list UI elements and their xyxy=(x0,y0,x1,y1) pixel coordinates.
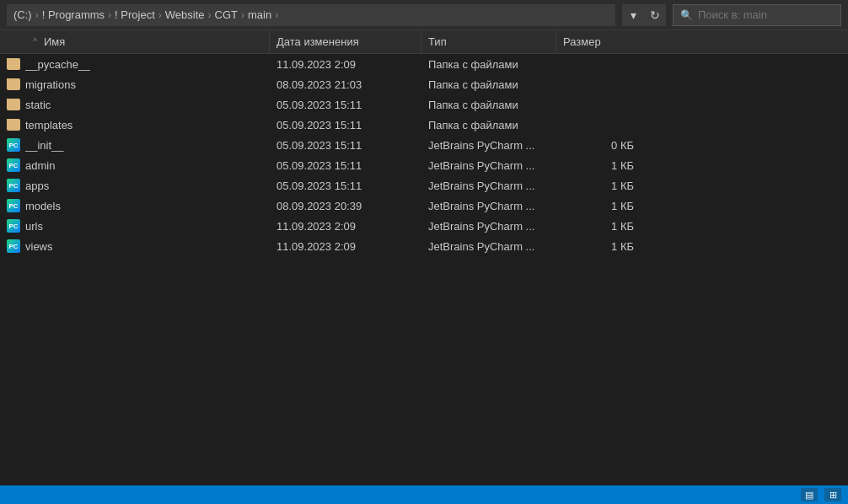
file-cell-date: 05.09.2023 15:11 xyxy=(270,139,421,152)
file-cell-date: 11.09.2023 2:09 xyxy=(270,240,421,253)
file-name: __init__ xyxy=(25,139,64,152)
file-name: templates xyxy=(25,119,72,131)
breadcrumb-container: (C:) › ! Programms › ! Project › Website… xyxy=(7,4,615,26)
file-cell-name: migrations xyxy=(0,78,270,91)
breadcrumb-cgt[interactable]: CGT xyxy=(215,8,238,21)
breadcrumb-programms[interactable]: ! Programms xyxy=(42,8,105,21)
file-cell-size: 1 КБ xyxy=(556,240,641,253)
breadcrumb-dropdown-button[interactable]: ▾ xyxy=(622,4,644,26)
file-cell-size: 1 КБ xyxy=(556,159,641,172)
column-headers: ^ Имя Дата изменения Тип Размер xyxy=(0,30,848,54)
file-cell-type: JetBrains PyCharm ... xyxy=(421,159,556,172)
col-name-label: Имя xyxy=(44,35,65,48)
file-name: models xyxy=(25,200,61,212)
file-cell-name: PCurls xyxy=(0,219,270,233)
file-cell-type: JetBrains PyCharm ... xyxy=(421,139,556,152)
sep-3: › xyxy=(158,9,162,21)
file-row[interactable]: PCviews11.09.2023 2:09JetBrains PyCharm … xyxy=(0,236,848,256)
pycharm-icon: PC xyxy=(7,199,20,212)
breadcrumb-main[interactable]: main xyxy=(248,8,271,21)
file-cell-type: Папка с файлами xyxy=(421,78,556,91)
file-cell-name: __pycache__ xyxy=(0,58,270,71)
file-row[interactable]: PCurls11.09.2023 2:09JetBrains PyCharm .… xyxy=(0,216,848,236)
file-name: admin xyxy=(25,159,55,172)
file-cell-name: PCadmin xyxy=(0,158,270,172)
folder-icon xyxy=(7,119,20,131)
sep-5: › xyxy=(241,9,244,21)
file-name: static xyxy=(25,99,51,111)
file-cell-size: 0 КБ xyxy=(556,139,641,152)
breadcrumb-project[interactable]: ! Project xyxy=(115,8,155,21)
pycharm-icon: PC xyxy=(7,138,20,152)
file-cell-name: templates xyxy=(0,119,270,131)
col-header-name[interactable]: ^ Имя xyxy=(0,30,270,53)
file-row[interactable]: static05.09.2023 15:11Папка с файлами xyxy=(0,94,848,115)
file-cell-date: 05.09.2023 15:11 xyxy=(270,159,421,172)
file-row[interactable]: migrations08.09.2023 21:03Папка с файлам… xyxy=(0,74,848,94)
file-cell-name: PCapps xyxy=(0,179,270,192)
file-name: views xyxy=(25,240,53,253)
file-list: __pycache__11.09.2023 2:09Папка с файлам… xyxy=(0,54,848,485)
file-cell-size: 1 КБ xyxy=(556,200,641,212)
pycharm-icon: PC xyxy=(7,158,20,172)
pycharm-icon: PC xyxy=(7,239,20,253)
refresh-button[interactable]: ↻ xyxy=(644,4,666,26)
file-row[interactable]: PCadmin05.09.2023 15:11JetBrains PyCharm… xyxy=(0,155,848,175)
status-bar-btn-2[interactable]: ⊞ xyxy=(824,488,841,501)
col-header-size[interactable]: Размер xyxy=(556,30,641,53)
file-row[interactable]: PC__init__05.09.2023 15:11JetBrains PyCh… xyxy=(0,135,848,155)
file-cell-date: 11.09.2023 2:09 xyxy=(270,58,421,71)
file-cell-type: JetBrains PyCharm ... xyxy=(421,180,556,192)
folder-icon xyxy=(7,78,20,90)
col-header-type[interactable]: Тип xyxy=(421,30,556,53)
file-row[interactable]: PCmodels08.09.2023 20:39JetBrains PyChar… xyxy=(0,196,848,216)
sort-indicator: ^ xyxy=(24,30,40,53)
breadcrumb-drive[interactable]: (C:) xyxy=(13,8,32,21)
file-name: urls xyxy=(25,220,43,233)
file-name: migrations xyxy=(25,78,76,91)
file-cell-name: PCviews xyxy=(0,239,270,253)
file-cell-type: Папка с файлами xyxy=(421,99,556,111)
col-header-date[interactable]: Дата изменения xyxy=(270,30,421,53)
col-size-label: Размер xyxy=(563,35,601,48)
file-cell-date: 05.09.2023 15:11 xyxy=(270,180,421,192)
file-cell-date: 08.09.2023 21:03 xyxy=(270,78,421,91)
file-row[interactable]: templates05.09.2023 15:11Папка с файлами xyxy=(0,115,848,135)
col-date-label: Дата изменения xyxy=(276,35,359,48)
search-icon: 🔍 xyxy=(680,9,693,21)
pycharm-icon: PC xyxy=(7,219,20,233)
search-input[interactable] xyxy=(698,8,824,21)
file-cell-date: 08.09.2023 20:39 xyxy=(270,200,421,212)
file-cell-size: 1 КБ xyxy=(556,220,641,233)
col-type-label: Тип xyxy=(428,35,447,48)
file-cell-date: 11.09.2023 2:09 xyxy=(270,220,421,233)
folder-icon xyxy=(7,99,20,110)
file-cell-size: 1 КБ xyxy=(556,180,641,192)
sep-2: › xyxy=(108,9,111,21)
file-cell-name: PC__init__ xyxy=(0,138,270,152)
pycharm-icon: PC xyxy=(7,179,20,192)
file-name: __pycache__ xyxy=(25,58,90,71)
status-bar-btn-1[interactable]: ▤ xyxy=(801,488,818,501)
sep-6: › xyxy=(275,9,278,21)
file-name: apps xyxy=(25,180,49,192)
file-cell-type: Папка с файлами xyxy=(421,58,556,71)
file-cell-name: PCmodels xyxy=(0,199,270,212)
file-cell-type: JetBrains PyCharm ... xyxy=(421,220,556,233)
breadcrumb-website[interactable]: Website xyxy=(165,8,205,21)
folder-icon xyxy=(7,58,20,70)
file-cell-type: Папка с файлами xyxy=(421,119,556,131)
file-cell-date: 05.09.2023 15:11 xyxy=(270,119,421,131)
file-cell-type: JetBrains PyCharm ... xyxy=(421,200,556,212)
file-cell-date: 05.09.2023 15:11 xyxy=(270,99,421,111)
address-bar: (C:) › ! Programms › ! Project › Website… xyxy=(0,0,848,30)
file-cell-type: JetBrains PyCharm ... xyxy=(421,240,556,253)
file-row[interactable]: PCapps05.09.2023 15:11JetBrains PyCharm … xyxy=(0,175,848,196)
sep-4: › xyxy=(208,9,212,21)
sep-1: › xyxy=(35,9,39,21)
file-row[interactable]: __pycache__11.09.2023 2:09Папка с файлам… xyxy=(0,54,848,74)
status-bar: ▤ ⊞ xyxy=(0,485,848,504)
file-cell-name: static xyxy=(0,99,270,111)
search-box: 🔍 xyxy=(673,4,841,26)
